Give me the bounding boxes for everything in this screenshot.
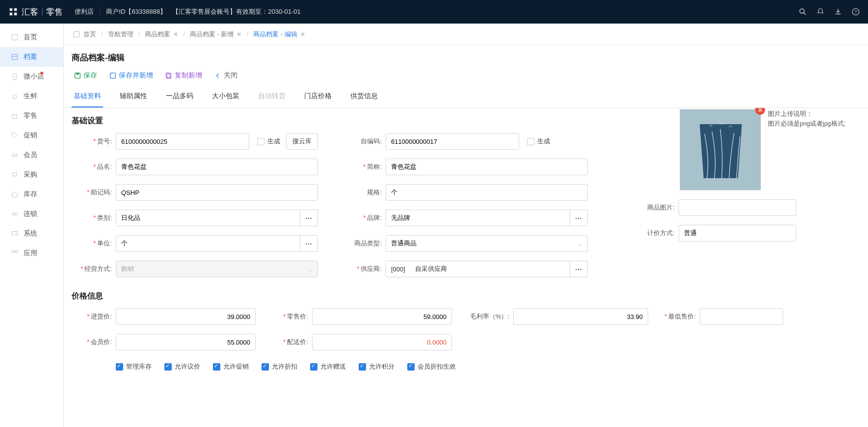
image-upload-help: 图片上传说明： 图片必须是png或者jpg格式; xyxy=(768,109,845,129)
brand-logo[interactable]: 汇客 | 零售 xyxy=(8,6,63,18)
svg-rect-4 xyxy=(12,35,18,40)
category-lookup-button[interactable]: ··· xyxy=(300,210,318,226)
unit-input[interactable] xyxy=(116,235,300,252)
purchase-price-input[interactable] xyxy=(116,308,256,325)
retail-price-input[interactable] xyxy=(312,308,452,325)
brand-lookup-button[interactable]: ··· xyxy=(570,210,588,226)
bell-icon[interactable] xyxy=(816,7,825,16)
crumb-item-archive-add[interactable]: 商品档案 - 新增✕ xyxy=(190,30,242,39)
tab-supply-info[interactable]: 供货信息 xyxy=(348,86,380,107)
check-allow-promo[interactable]: 允许促销 xyxy=(213,362,249,371)
home-crumb-icon xyxy=(73,30,80,38)
label-generate: 生成 xyxy=(267,137,280,146)
brand-sub: 零售 xyxy=(46,6,63,18)
delivery-price-input[interactable] xyxy=(312,334,452,350)
mnemonic-input[interactable] xyxy=(116,184,318,201)
store-type-badge[interactable]: 便利店 xyxy=(75,7,100,16)
price-mode-select[interactable] xyxy=(679,225,796,241)
close-icon[interactable]: ✕ xyxy=(173,31,178,38)
label-mnemonic: 助记码: xyxy=(72,188,116,197)
member-price-input[interactable] xyxy=(116,334,256,350)
remove-image-button[interactable]: ✕ xyxy=(755,108,765,115)
checkbox-icon xyxy=(116,363,123,371)
sidebar-item-system[interactable]: 系统 xyxy=(0,224,63,243)
sidebar-item-member[interactable]: 会员 xyxy=(0,145,63,165)
save-button[interactable]: 保存 xyxy=(74,71,97,80)
label-item-no: 货号: xyxy=(72,137,116,146)
search-icon[interactable] xyxy=(798,7,807,16)
check-manage-stock[interactable]: 管理库存 xyxy=(116,362,152,371)
crumb-home[interactable]: 首页 xyxy=(83,30,96,39)
section-title-price: 价格信息 xyxy=(72,291,860,301)
svg-rect-12 xyxy=(12,231,18,235)
sidebar-label: 生鲜 xyxy=(24,92,37,101)
sidebar-item-app[interactable]: 应用 xyxy=(0,243,63,263)
save-and-add-button[interactable]: 保存并新增 xyxy=(109,71,153,80)
sidebar-item-wxstore[interactable]: 微小店 xyxy=(0,67,63,86)
check-allow-gift[interactable]: 允许赠送 xyxy=(310,362,346,371)
top-left: 汇客 | 零售 便利店 商户ID【63338888】 【汇客零售展会账号】有效期… xyxy=(8,6,301,18)
check-member-discount[interactable]: 会员折扣生效 xyxy=(407,362,456,371)
checkbox-icon xyxy=(164,363,172,371)
supplier-input[interactable]: [000] 自采供应商 xyxy=(386,261,570,277)
sidebar-label: 零售 xyxy=(24,111,37,120)
label-self-code: 自编码: xyxy=(342,137,386,146)
product-image-preview[interactable] xyxy=(680,109,761,190)
back-icon xyxy=(214,72,222,80)
self-code-input[interactable] xyxy=(386,133,519,150)
lowest-price-input[interactable] xyxy=(700,308,783,325)
label-unit: 单位: xyxy=(72,239,116,248)
download-icon[interactable] xyxy=(834,7,842,16)
check-allow-discount[interactable]: 允许折扣 xyxy=(262,362,297,371)
crumb-item-archive[interactable]: 商品档案✕ xyxy=(145,30,178,39)
tab-aux-props[interactable]: 辅助属性 xyxy=(118,86,149,107)
crumb-nav-manage[interactable]: 导航管理 xyxy=(108,30,133,39)
save-icon xyxy=(74,72,81,80)
sidebar-item-home[interactable]: 首页 xyxy=(0,27,63,47)
unit-lookup-button[interactable]: ··· xyxy=(300,235,318,252)
item-no-input[interactable] xyxy=(116,133,249,150)
gross-rate-input[interactable] xyxy=(513,308,648,325)
label-delivery: 配送价: xyxy=(268,338,312,347)
generate-itemno-checkbox[interactable] xyxy=(257,138,264,145)
close-button[interactable]: 关闭 xyxy=(214,71,237,80)
svg-point-11 xyxy=(15,213,17,215)
image-path-input[interactable] xyxy=(679,199,796,216)
sidebar-item-inventory[interactable]: 库存 xyxy=(0,185,63,204)
generate-selfcode-checkbox[interactable] xyxy=(527,138,534,145)
copy-add-button[interactable]: 复制新增 xyxy=(165,71,202,80)
spec-input[interactable] xyxy=(386,184,588,201)
sidebar-item-promo[interactable]: 促销 xyxy=(0,126,63,145)
sidebar-label: 应用 xyxy=(24,249,37,258)
name-input[interactable] xyxy=(116,159,318,175)
tab-basic-info[interactable]: 基础资料 xyxy=(72,86,103,107)
sidebar-item-archive[interactable]: 档案 xyxy=(0,47,63,67)
close-icon[interactable]: ✕ xyxy=(300,31,305,38)
action-toolbar: 保存 保存并新增 复制新增 关闭 xyxy=(64,68,868,86)
sidebar-item-chain[interactable]: 连锁 xyxy=(0,204,63,224)
sidebar-item-purchase[interactable]: 采购 xyxy=(0,165,63,185)
supplier-code: [000] xyxy=(391,266,405,273)
crumb-item-archive-edit[interactable]: 商品档案 - 编辑✕ xyxy=(253,30,305,39)
mobile-icon xyxy=(11,73,19,80)
label-lowest: 最低售价: xyxy=(660,312,700,321)
svg-rect-9 xyxy=(12,114,17,118)
sidebar-label: 首页 xyxy=(24,33,37,42)
close-icon[interactable]: ✕ xyxy=(237,31,241,38)
tab-multi-barcode[interactable]: 一品多码 xyxy=(164,86,195,107)
check-allow-bargain[interactable]: 允许议价 xyxy=(164,362,200,371)
supplier-lookup-button[interactable]: ··· xyxy=(570,261,588,277)
svg-rect-13 xyxy=(12,251,14,253)
tab-packaging[interactable]: 大小包装 xyxy=(210,86,241,107)
category-input[interactable] xyxy=(116,210,300,226)
help-icon[interactable]: ? xyxy=(851,7,860,16)
tag-icon xyxy=(11,132,19,139)
sidebar-item-fresh[interactable]: 生鲜 xyxy=(0,86,63,106)
short-input[interactable] xyxy=(386,159,588,175)
cloud-search-button[interactable]: 搜云库 xyxy=(286,133,318,150)
check-allow-points[interactable]: 允许积分 xyxy=(359,362,395,371)
sidebar-item-retail[interactable]: 零售 xyxy=(0,106,63,126)
tab-store-price[interactable]: 门店价格 xyxy=(302,86,334,107)
brand-input[interactable] xyxy=(386,210,570,226)
item-type-select[interactable] xyxy=(386,235,588,252)
